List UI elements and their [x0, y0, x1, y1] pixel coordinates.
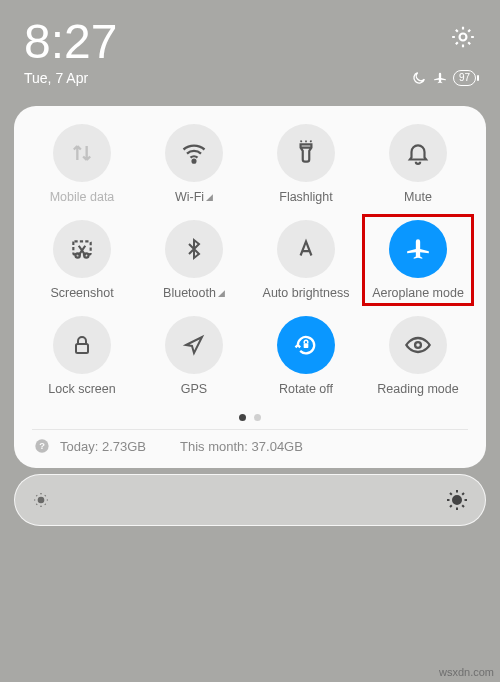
tile-label: Rotate off: [279, 382, 333, 396]
divider: [32, 429, 468, 430]
flashlight-icon: [293, 140, 319, 166]
page-dot-2: [254, 414, 261, 421]
tile-label: Screenshot: [50, 286, 113, 300]
bluetooth-icon: [182, 237, 206, 261]
tile-mute[interactable]: Mute: [364, 124, 472, 204]
tile-label: Reading mode: [377, 382, 458, 396]
tile-label: Auto brightness: [263, 286, 350, 300]
brightness-slider[interactable]: [14, 474, 486, 526]
tile-label: Mute: [404, 190, 432, 204]
battery-indicator: 97: [453, 70, 476, 86]
location-icon: [182, 333, 206, 357]
tile-aeroplane-mode[interactable]: Aeroplane mode: [364, 220, 472, 300]
svg-text:?: ?: [39, 441, 45, 451]
tile-label: GPS: [181, 382, 207, 396]
airplane-icon: [405, 236, 431, 262]
tile-lock-screen[interactable]: Lock screen: [28, 316, 136, 396]
moon-icon: [411, 70, 427, 86]
tile-label: Bluetooth◢: [163, 286, 225, 300]
status-icons: 97: [411, 70, 476, 86]
airplane-status-icon: [433, 71, 447, 85]
tile-screenshot[interactable]: Screenshot: [28, 220, 136, 300]
settings-button[interactable]: [450, 24, 476, 50]
bell-icon: [405, 140, 431, 166]
svg-rect-5: [76, 344, 88, 353]
mobile-data-icon: [68, 139, 96, 167]
tile-bluetooth[interactable]: Bluetooth◢: [140, 220, 248, 300]
lock-icon: [70, 333, 94, 357]
gear-icon: [450, 24, 476, 50]
tile-label: Lock screen: [48, 382, 115, 396]
brightness-high-icon: [445, 488, 469, 512]
date-label: Tue, 7 Apr: [24, 70, 88, 86]
tile-wifi[interactable]: Wi-Fi◢: [140, 124, 248, 204]
svg-rect-2: [73, 241, 90, 254]
brightness-low-icon: [31, 490, 51, 510]
page-dot-1: [239, 414, 246, 421]
tile-label: Mobile data: [50, 190, 115, 204]
clock: 8:27: [24, 18, 117, 66]
svg-point-10: [39, 498, 44, 503]
tile-auto-brightness[interactable]: Auto brightness: [252, 220, 360, 300]
quick-settings-panel: Mobile data Wi-Fi◢ Flashlight Mute Scree…: [14, 106, 486, 468]
tile-rotate-off[interactable]: Rotate off: [252, 316, 360, 396]
svg-point-7: [415, 342, 421, 348]
svg-rect-6: [304, 343, 309, 348]
usage-today: Today: 2.73GB: [60, 439, 146, 454]
tile-label: Wi-Fi◢: [175, 190, 213, 204]
scissors-icon: [69, 236, 95, 262]
info-icon: ?: [34, 438, 50, 454]
page-indicator[interactable]: [28, 414, 472, 421]
tile-mobile-data[interactable]: Mobile data: [28, 124, 136, 204]
tile-label: Aeroplane mode: [372, 286, 464, 300]
tile-label: Flashlight: [279, 190, 333, 204]
svg-point-11: [453, 496, 461, 504]
tile-flashlight[interactable]: Flashlight: [252, 124, 360, 204]
eye-icon: [404, 331, 432, 359]
tile-reading-mode[interactable]: Reading mode: [364, 316, 472, 396]
auto-brightness-icon: [293, 236, 319, 262]
watermark: wsxdn.com: [439, 666, 494, 678]
data-usage-row[interactable]: ? Today: 2.73GB This month: 37.04GB: [28, 438, 472, 458]
rotate-lock-icon: [292, 331, 320, 359]
svg-point-0: [460, 34, 467, 41]
quick-settings-grid: Mobile data Wi-Fi◢ Flashlight Mute Scree…: [28, 124, 472, 396]
status-bar-expanded: 8:27 Tue, 7 Apr 97: [0, 0, 500, 98]
svg-point-1: [193, 160, 196, 163]
wifi-icon: [180, 139, 208, 167]
usage-month: This month: 37.04GB: [180, 439, 303, 454]
tile-gps[interactable]: GPS: [140, 316, 248, 396]
